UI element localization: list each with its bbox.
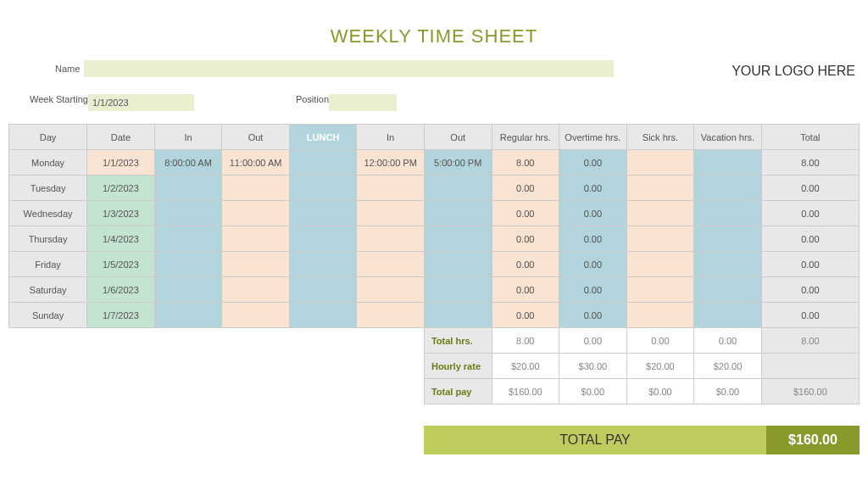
hourly-rate-sick: $20.00 [626,354,694,379]
out1-cell[interactable] [222,277,290,303]
header-regular: Regular hrs. [492,125,559,150]
sick-cell[interactable] [626,252,694,277]
total-cell[interactable]: 0.00 [761,303,859,328]
vacation-cell[interactable] [694,176,762,201]
total-pay-sick: $0.00 [626,379,694,404]
vacation-cell[interactable] [694,150,762,176]
out1-cell[interactable] [222,303,290,328]
in2-cell[interactable] [357,303,425,328]
overtime-cell[interactable]: 0.00 [559,303,627,328]
week-starting-field[interactable]: 1/1/2023 [88,94,194,111]
total-cell[interactable]: 0.00 [761,252,859,277]
vacation-cell[interactable] [694,226,762,252]
in1-cell[interactable] [154,252,222,277]
out2-cell[interactable] [424,201,492,226]
overtime-cell[interactable]: 0.00 [559,176,627,201]
regular-cell[interactable]: 0.00 [492,201,559,226]
out2-cell[interactable] [424,303,492,328]
out2-cell[interactable] [424,226,492,252]
in2-cell[interactable] [357,277,425,303]
total-cell[interactable]: 8.00 [761,150,859,176]
total-cell[interactable]: 0.00 [761,277,859,303]
overtime-cell[interactable]: 0.00 [559,226,627,252]
vacation-cell[interactable] [694,303,762,328]
hourly-rate-vacation: $20.00 [694,354,762,379]
out2-cell[interactable] [424,277,492,303]
sick-cell[interactable] [626,226,694,252]
vacation-cell[interactable] [694,252,762,277]
date-cell[interactable]: 1/4/2023 [87,226,155,252]
total-pay-total: $160.00 [761,379,859,404]
lunch-cell[interactable] [289,226,357,252]
overtime-cell[interactable]: 0.00 [559,201,627,226]
overtime-cell[interactable]: 0.00 [559,252,627,277]
name-field[interactable] [84,60,614,77]
out2-cell[interactable] [424,176,492,201]
regular-cell[interactable]: 0.00 [492,176,559,201]
date-cell[interactable]: 1/3/2023 [87,201,155,226]
vacation-cell[interactable] [694,201,762,226]
regular-cell[interactable]: 0.00 [492,226,559,252]
in1-cell[interactable]: 8:00:00 AM [154,150,222,176]
in1-cell[interactable] [154,277,222,303]
date-cell[interactable]: 1/2/2023 [87,176,155,201]
in1-cell[interactable] [154,226,222,252]
sick-cell[interactable] [626,277,694,303]
total-pay-row: Total pay $160.00 $0.00 $0.00 $0.00 $160… [9,379,860,404]
day-cell[interactable]: Friday [9,252,87,277]
table-row: Wednesday1/3/20230.000.000.00 [9,201,860,226]
grand-total-bar: TOTAL PAY $160.00 [424,426,860,454]
in2-cell[interactable] [357,252,425,277]
in1-cell[interactable] [154,303,222,328]
lunch-cell[interactable] [289,252,357,277]
day-cell[interactable]: Saturday [9,277,87,303]
out1-cell[interactable] [222,252,290,277]
lunch-cell[interactable] [289,303,357,328]
out1-cell[interactable] [222,226,290,252]
lunch-cell[interactable] [289,176,357,201]
out2-cell[interactable]: 5:00:00 PM [424,150,492,176]
date-cell[interactable]: 1/6/2023 [87,277,155,303]
lunch-cell[interactable] [289,201,357,226]
in2-cell[interactable]: 12:00:00 PM [357,150,425,176]
position-field[interactable] [329,94,397,111]
sick-cell[interactable] [626,176,694,201]
in1-cell[interactable] [154,201,222,226]
overtime-cell[interactable]: 0.00 [559,277,627,303]
vacation-cell[interactable] [694,277,762,303]
day-cell[interactable]: Sunday [9,303,87,328]
sick-cell[interactable] [626,201,694,226]
in2-cell[interactable] [357,226,425,252]
total-cell[interactable]: 0.00 [761,201,859,226]
table-row: Thursday1/4/20230.000.000.00 [9,226,860,252]
total-hrs-total: 8.00 [761,328,859,354]
lunch-cell[interactable] [289,150,357,176]
sick-cell[interactable] [626,150,694,176]
total-cell[interactable]: 0.00 [761,226,859,252]
total-cell[interactable]: 0.00 [761,176,859,201]
date-cell[interactable]: 1/7/2023 [87,303,155,328]
out2-cell[interactable] [424,252,492,277]
in1-cell[interactable] [154,176,222,201]
regular-cell[interactable]: 0.00 [492,277,559,303]
day-cell[interactable]: Thursday [9,226,87,252]
regular-cell[interactable]: 8.00 [492,150,559,176]
day-cell[interactable]: Wednesday [9,201,87,226]
regular-cell[interactable]: 0.00 [492,303,559,328]
day-cell[interactable]: Monday [9,150,87,176]
date-cell[interactable]: 1/1/2023 [87,150,155,176]
in2-cell[interactable] [357,176,425,201]
day-cell[interactable]: Tuesday [9,176,87,201]
lunch-cell[interactable] [289,277,357,303]
regular-cell[interactable]: 0.00 [492,252,559,277]
out1-cell[interactable] [222,176,290,201]
overtime-cell[interactable]: 0.00 [559,150,627,176]
hourly-rate-overtime: $30.00 [559,354,627,379]
out1-cell[interactable] [222,201,290,226]
out1-cell[interactable]: 11:00:00 AM [222,150,290,176]
in2-cell[interactable] [357,201,425,226]
hourly-rate-row: Hourly rate $20.00 $30.00 $20.00 $20.00 [9,354,860,379]
hourly-rate-label: Hourly rate [424,354,492,379]
sick-cell[interactable] [626,303,694,328]
date-cell[interactable]: 1/5/2023 [87,252,155,277]
